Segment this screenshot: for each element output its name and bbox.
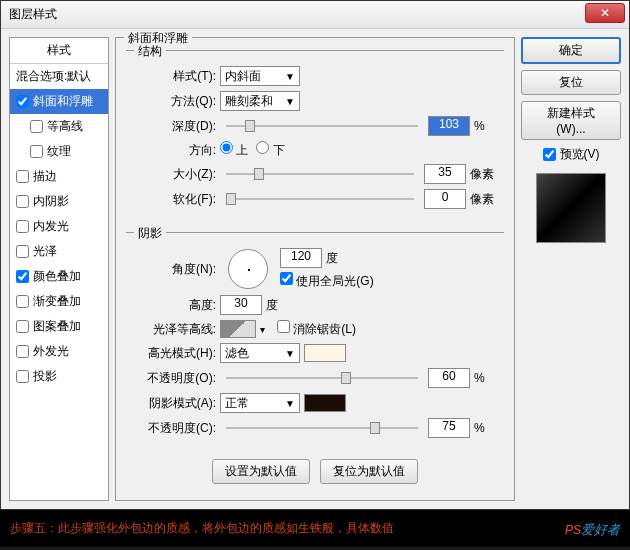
satin-checkbox[interactable] (16, 245, 29, 258)
color-overlay-checkbox[interactable] (16, 270, 29, 283)
footer: 步骤五：此步骤强化外包边的质感，将外包边的质感如生铁般，具体数值 PS爱好者 (0, 510, 630, 547)
highlight-opacity-slider[interactable] (226, 368, 418, 388)
shadow-mode-label: 阴影模式(A): (136, 395, 216, 412)
main-panel: 斜面和浮雕 结构 样式(T): 内斜面▼ 方法(Q): 雕刻柔和▼ 深度(D): (115, 37, 515, 501)
size-slider[interactable] (226, 164, 414, 184)
style-select[interactable]: 内斜面▼ (220, 66, 300, 86)
stroke-checkbox[interactable] (16, 170, 29, 183)
watermark-logo: PS爱好者 (565, 518, 620, 539)
chevron-down-icon: ▼ (285, 71, 295, 82)
antialias-checkbox[interactable]: 消除锯齿(L) (277, 320, 356, 338)
soften-slider[interactable] (226, 189, 414, 209)
inner-shadow-checkbox[interactable] (16, 195, 29, 208)
texture-checkbox[interactable] (30, 145, 43, 158)
pattern-overlay-checkbox[interactable] (16, 320, 29, 333)
style-label: 样式(T): (136, 68, 216, 85)
styles-sidebar: 样式 混合选项:默认 斜面和浮雕 等高线 纹理 描边 内阴影 内发光 光泽 颜色… (9, 37, 109, 501)
sidebar-item-gradient-overlay[interactable]: 渐变叠加 (10, 289, 108, 314)
structure-group: 结构 样式(T): 内斜面▼ 方法(Q): 雕刻柔和▼ 深度(D): 103 % (126, 50, 504, 224)
preview-thumbnail (536, 173, 606, 243)
angle-unit: 度 (326, 250, 346, 267)
sidebar-item-bevel[interactable]: 斜面和浮雕 (10, 89, 108, 114)
right-column: 确定 复位 新建样式(W)... 预览(V) (521, 37, 621, 501)
highlight-opacity-label: 不透明度(O): (136, 370, 216, 387)
gradient-overlay-checkbox[interactable] (16, 295, 29, 308)
shading-title: 阴影 (134, 225, 166, 242)
global-light-checkbox[interactable]: 使用全局光(G) (280, 272, 374, 290)
direction-label: 方向: (136, 142, 216, 159)
sidebar-item-texture[interactable]: 纹理 (10, 139, 108, 164)
shading-group: 阴影 角度(N): 120 度 使用全局光(G) 高度 (126, 232, 504, 453)
depth-slider[interactable] (226, 116, 418, 136)
opacity-unit: % (474, 371, 494, 385)
cancel-button[interactable]: 复位 (521, 70, 621, 95)
shadow-mode-select[interactable]: 正常▼ (220, 393, 300, 413)
gloss-contour-swatch[interactable] (220, 320, 256, 338)
chevron-down-icon[interactable]: ▾ (260, 324, 265, 335)
gloss-contour-label: 光泽等高线: (136, 321, 216, 338)
layer-style-dialog: 图层样式 ✕ 样式 混合选项:默认 斜面和浮雕 等高线 纹理 描边 内阴影 内发… (0, 0, 630, 510)
sidebar-item-stroke[interactable]: 描边 (10, 164, 108, 189)
angle-label: 角度(N): (136, 261, 216, 278)
soften-input[interactable]: 0 (424, 189, 466, 209)
highlight-color-swatch[interactable] (304, 344, 346, 362)
size-label: 大小(Z): (136, 166, 216, 183)
direction-up-radio[interactable]: 上 (220, 141, 248, 159)
shadow-opacity-slider[interactable] (226, 418, 418, 438)
altitude-input[interactable]: 30 (220, 295, 262, 315)
technique-label: 方法(Q): (136, 93, 216, 110)
sidebar-item-inner-glow[interactable]: 内发光 (10, 214, 108, 239)
make-default-button[interactable]: 设置为默认值 (212, 459, 310, 484)
depth-unit: % (474, 119, 494, 133)
sidebar-header: 样式 (10, 38, 108, 64)
soften-label: 软化(F): (136, 191, 216, 208)
drop-shadow-checkbox[interactable] (16, 370, 29, 383)
highlight-mode-label: 高光模式(H): (136, 345, 216, 362)
angle-wheel[interactable] (228, 249, 268, 289)
close-button[interactable]: ✕ (585, 3, 625, 23)
inner-glow-checkbox[interactable] (16, 220, 29, 233)
depth-input[interactable]: 103 (428, 116, 470, 136)
window-title: 图层样式 (9, 6, 621, 23)
sidebar-item-drop-shadow[interactable]: 投影 (10, 364, 108, 389)
new-style-button[interactable]: 新建样式(W)... (521, 101, 621, 140)
size-unit: 像素 (470, 166, 494, 183)
chevron-down-icon: ▼ (285, 398, 295, 409)
altitude-unit: 度 (266, 297, 286, 314)
angle-input[interactable]: 120 (280, 248, 322, 268)
sidebar-item-satin[interactable]: 光泽 (10, 239, 108, 264)
chevron-down-icon: ▼ (285, 348, 295, 359)
chevron-down-icon: ▼ (285, 96, 295, 107)
highlight-opacity-input[interactable]: 60 (428, 368, 470, 388)
contour-checkbox[interactable] (30, 120, 43, 133)
preview-checkbox[interactable]: 预览(V) (521, 146, 621, 163)
footer-text: 步骤五：此步骤强化外包边的质感，将外包边的质感如生铁般，具体数值 (10, 520, 394, 537)
size-input[interactable]: 35 (424, 164, 466, 184)
sidebar-item-pattern-overlay[interactable]: 图案叠加 (10, 314, 108, 339)
soften-unit: 像素 (470, 191, 494, 208)
bevel-checkbox[interactable] (16, 95, 29, 108)
bevel-group: 斜面和浮雕 结构 样式(T): 内斜面▼ 方法(Q): 雕刻柔和▼ 深度(D): (115, 37, 515, 501)
opacity-unit2: % (474, 421, 494, 435)
shadow-opacity-label: 不透明度(C): (136, 420, 216, 437)
ok-button[interactable]: 确定 (521, 37, 621, 64)
sidebar-item-contour[interactable]: 等高线 (10, 114, 108, 139)
sidebar-item-inner-shadow[interactable]: 内阴影 (10, 189, 108, 214)
reset-default-button[interactable]: 复位为默认值 (320, 459, 418, 484)
depth-label: 深度(D): (136, 118, 216, 135)
altitude-label: 高度: (136, 297, 216, 314)
technique-select[interactable]: 雕刻柔和▼ (220, 91, 300, 111)
highlight-mode-select[interactable]: 滤色▼ (220, 343, 300, 363)
shadow-color-swatch[interactable] (304, 394, 346, 412)
direction-down-radio[interactable]: 下 (256, 141, 284, 159)
sidebar-item-color-overlay[interactable]: 颜色叠加 (10, 264, 108, 289)
sidebar-item-outer-glow[interactable]: 外发光 (10, 339, 108, 364)
outer-glow-checkbox[interactable] (16, 345, 29, 358)
shadow-opacity-input[interactable]: 75 (428, 418, 470, 438)
structure-title: 结构 (134, 43, 166, 60)
sidebar-blending-options[interactable]: 混合选项:默认 (10, 64, 108, 89)
titlebar[interactable]: 图层样式 ✕ (1, 1, 629, 29)
